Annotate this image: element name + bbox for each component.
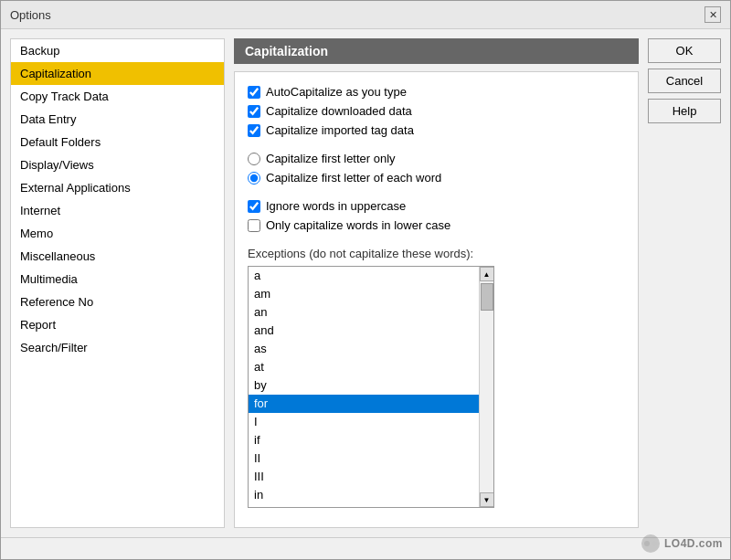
checkbox-row-capitalize-downloaded: Capitalize downloaded data	[248, 104, 625, 118]
cancel-button[interactable]: Cancel	[648, 69, 721, 93]
sidebar-item-miscellaneous[interactable]: Miscellaneous	[11, 245, 224, 268]
ok-button[interactable]: OK	[648, 38, 721, 63]
sidebar-item-copy-track-data[interactable]: Copy Track Data	[11, 85, 224, 108]
help-button[interactable]: Help	[648, 99, 721, 123]
sidebar-item-multimedia[interactable]: Multimedia	[11, 268, 224, 291]
checkbox-row-only-lowercase: Only capitalize words in lower case	[248, 218, 625, 232]
sidebar-item-search-filter[interactable]: Search/Filter	[11, 336, 224, 359]
panel-body: AutoCapitalize as you typeCapitalize dow…	[234, 71, 639, 528]
exception-item[interactable]: a	[249, 267, 479, 285]
sidebar: BackupCapitalizationCopy Track DataData …	[10, 38, 225, 528]
options-window: Options ✕ BackupCapitalizationCopy Track…	[0, 0, 731, 560]
exception-item[interactable]: for	[249, 395, 479, 413]
radios-group: Capitalize first letter onlyCapitalize f…	[248, 152, 625, 185]
checkbox-label-auto-capitalize: AutoCapitalize as you type	[266, 85, 407, 99]
radio-label-1: Capitalize first letter of each word	[266, 171, 441, 185]
scroll-down-button[interactable]: ▼	[480, 492, 494, 507]
sidebar-item-data-entry[interactable]: Data Entry	[11, 108, 224, 131]
sidebar-item-memo[interactable]: Memo	[11, 222, 224, 245]
checkbox-ignore-uppercase[interactable]	[248, 200, 260, 213]
scroll-thumb[interactable]	[481, 283, 493, 311]
radio-row-1: Capitalize first letter of each word	[248, 171, 625, 185]
checkbox-row-auto-capitalize: AutoCapitalize as you type	[248, 85, 625, 99]
checkbox-label-capitalize-downloaded: Capitalize downloaded data	[266, 104, 412, 118]
sidebar-item-reference-no[interactable]: Reference No	[11, 291, 224, 313]
exceptions-label: Exceptions (do not capitalize these word…	[248, 247, 625, 260]
bottom-bar: LO4D.com	[1, 537, 730, 559]
exception-item[interactable]: by	[249, 376, 479, 395]
exception-item[interactable]: an	[249, 303, 479, 322]
buttons-panel: OK Cancel Help	[648, 38, 721, 528]
sidebar-item-internet[interactable]: Internet	[11, 199, 224, 222]
checkbox-row-capitalize-imported: Capitalize imported tag data	[248, 123, 625, 137]
sidebar-item-default-folders[interactable]: Default Folders	[11, 131, 224, 153]
radio-label-0: Capitalize first letter only	[266, 152, 396, 165]
radio-1[interactable]	[248, 172, 260, 185]
radio-row-0: Capitalize first letter only	[248, 152, 625, 165]
sidebar-item-display-views[interactable]: Display/Views	[11, 153, 224, 176]
sidebar-item-capitalization[interactable]: Capitalization	[11, 62, 224, 85]
exceptions-list-container: aamanandasatbyforIifIIIIIinisitit's ▲ ▼	[248, 266, 494, 508]
checkbox-capitalize-downloaded[interactable]	[248, 105, 260, 118]
radio-0[interactable]	[248, 153, 260, 165]
content-area: BackupCapitalizationCopy Track DataData …	[1, 29, 730, 537]
checkbox-capitalize-imported[interactable]	[248, 124, 260, 137]
exception-item[interactable]: am	[249, 285, 479, 303]
checkboxes-group1: AutoCapitalize as you typeCapitalize dow…	[248, 85, 625, 137]
exception-item[interactable]: is	[249, 504, 479, 507]
watermark-text: LO4D.com	[664, 537, 723, 550]
window-title: Options	[10, 8, 51, 22]
exceptions-list[interactable]: aamanandasatbyforIifIIIIIinisitit's	[249, 267, 479, 507]
exception-item[interactable]: II	[249, 449, 479, 468]
sidebar-item-report[interactable]: Report	[11, 313, 224, 336]
checkboxes-group2: Ignore words in uppercaseOnly capitalize…	[248, 199, 625, 232]
panel-header: Capitalization	[234, 38, 639, 64]
title-bar: Options ✕	[1, 1, 730, 29]
exception-item[interactable]: and	[249, 322, 479, 340]
exception-item[interactable]: as	[249, 340, 479, 358]
exception-item[interactable]: I	[249, 413, 479, 431]
sidebar-item-external-applications[interactable]: External Applications	[11, 176, 224, 199]
exception-item[interactable]: at	[249, 358, 479, 376]
close-button[interactable]: ✕	[705, 6, 721, 23]
svg-point-1	[644, 541, 650, 546]
checkbox-label-only-lowercase: Only capitalize words in lower case	[266, 218, 450, 232]
scroll-up-button[interactable]: ▲	[480, 267, 494, 281]
main-panel: Capitalization AutoCapitalize as you typ…	[234, 38, 639, 528]
exception-item[interactable]: in	[249, 486, 479, 504]
exception-item[interactable]: III	[249, 468, 479, 486]
checkbox-row-ignore-uppercase: Ignore words in uppercase	[248, 199, 625, 213]
checkbox-label-capitalize-imported: Capitalize imported tag data	[266, 123, 414, 137]
checkbox-auto-capitalize[interactable]	[248, 86, 260, 99]
exception-item[interactable]: if	[249, 431, 479, 449]
sidebar-item-backup[interactable]: Backup	[11, 39, 224, 62]
checkbox-label-ignore-uppercase: Ignore words in uppercase	[266, 199, 406, 213]
checkbox-only-lowercase[interactable]	[248, 219, 260, 232]
watermark: LO4D.com	[641, 534, 723, 554]
scrollbar-track[interactable]: ▲ ▼	[479, 267, 493, 507]
svg-point-2	[652, 541, 657, 546]
lo4d-icon	[641, 534, 661, 554]
